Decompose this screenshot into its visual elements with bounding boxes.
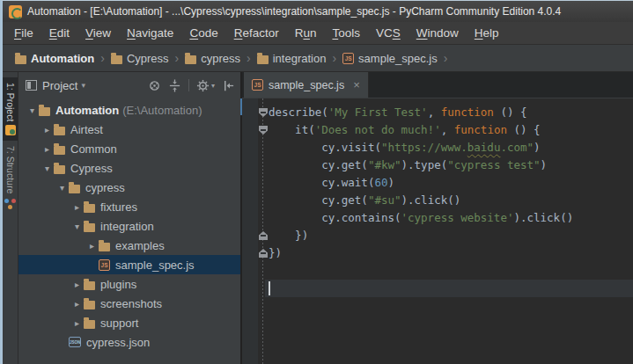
tree-row-examples[interactable]: ▸examples bbox=[18, 236, 240, 255]
panel-title[interactable]: Project bbox=[42, 79, 77, 92]
collapse-all-icon[interactable] bbox=[168, 79, 181, 92]
tree-row-fixtures[interactable]: ▸fixtures bbox=[18, 197, 240, 216]
tree-chevron-icon[interactable]: ▸ bbox=[40, 125, 54, 135]
code-line[interactable]: cy.wait(60) bbox=[242, 174, 633, 192]
chevron-down-icon[interactable]: ▾ bbox=[81, 81, 85, 90]
code-token: cy.get( bbox=[269, 193, 368, 207]
tree-chevron-icon[interactable]: ▸ bbox=[40, 144, 54, 154]
tree-row-plugins[interactable]: ▸plugins bbox=[18, 274, 240, 294]
tree-item-label: examples bbox=[115, 239, 165, 252]
chevron-separator-icon: › bbox=[96, 51, 109, 65]
menu-navigate[interactable]: Navigate bbox=[119, 26, 181, 40]
code-line[interactable]: describe('My First Test', function () { bbox=[242, 104, 633, 121]
tree-chevron-icon[interactable]: ▾ bbox=[40, 164, 54, 173]
window-title: Automation - [E:\Automation] - ...\Cypre… bbox=[27, 5, 561, 18]
tree-item-label: cypress.json bbox=[86, 336, 150, 349]
crumb-automation[interactable]: Automation bbox=[13, 52, 96, 65]
code-editor[interactable]: describe('My First Test', function () { … bbox=[242, 98, 633, 364]
code-area[interactable]: describe('My First Test', function () { … bbox=[242, 98, 633, 297]
menu-tools[interactable]: Tools bbox=[324, 26, 368, 40]
code-line[interactable] bbox=[242, 280, 633, 297]
tab-sample-spec[interactable]: JS sample_spec.js × bbox=[244, 72, 369, 98]
crumb-integration[interactable]: integration bbox=[255, 52, 328, 65]
code-line[interactable]: it('Does not do much!', function () { bbox=[242, 121, 633, 139]
tree-chevron-icon[interactable]: ▸ bbox=[85, 241, 99, 251]
tree-chevron-icon[interactable]: ▸ bbox=[70, 280, 84, 289]
folder-icon bbox=[54, 127, 65, 135]
code-line[interactable]: cy.get("#su").click() bbox=[242, 192, 633, 209]
chevron-separator-icon: › bbox=[171, 51, 184, 65]
code-token: 'cypress website' bbox=[401, 211, 514, 224]
code-token: , bbox=[441, 123, 454, 136]
tree-item-label: fixtures bbox=[100, 200, 137, 214]
code-line[interactable]: cy.get("#kw").type("cypress test") bbox=[242, 157, 633, 174]
menu-vcs[interactable]: VCS bbox=[368, 26, 409, 40]
json-file-icon: JSON bbox=[69, 337, 81, 347]
caret-line-highlight bbox=[265, 280, 633, 297]
code-token: ).type( bbox=[401, 158, 448, 171]
tree-row-airtest[interactable]: ▸Airtest bbox=[18, 120, 240, 139]
menu-bar: FileEditViewNavigateCodeRefactorRunTools… bbox=[3, 22, 633, 45]
tree-row-cypress[interactable]: ▾cypress bbox=[18, 178, 240, 197]
code-line[interactable]: }) bbox=[242, 244, 633, 262]
menu-run[interactable]: Run bbox=[287, 26, 325, 40]
tree-item-label: integration bbox=[100, 220, 154, 233]
crumb-cypress[interactable]: cypress bbox=[183, 52, 242, 65]
code-line[interactable]: }) bbox=[242, 227, 633, 244]
project-panel: Project ▾ ▾ ▾Automation (E:\Automation)▸… bbox=[18, 72, 240, 364]
tab-label: sample_spec.js bbox=[269, 79, 344, 91]
tree-item-label: support bbox=[100, 317, 138, 330]
tree-chevron-icon[interactable]: ▸ bbox=[70, 318, 84, 328]
code-line[interactable]: cy.visit("https://www.baidu.com") bbox=[242, 139, 633, 157]
code-line[interactable]: cy.contains('cypress website').click() bbox=[242, 209, 633, 227]
menu-refactor[interactable]: Refactor bbox=[226, 26, 287, 40]
code-token: ) bbox=[387, 176, 394, 189]
folder-icon bbox=[84, 281, 95, 290]
code-token: "#su" bbox=[368, 193, 401, 207]
gear-icon[interactable] bbox=[196, 79, 210, 92]
crumb-cypress[interactable]: Cypress bbox=[109, 52, 171, 65]
crumb-label: cypress bbox=[201, 52, 240, 65]
tree-row-sample-spec-js[interactable]: JSsample_spec.js bbox=[18, 255, 240, 274]
tree-row-support[interactable]: ▸support bbox=[18, 313, 240, 332]
close-tab-icon[interactable]: × bbox=[353, 78, 360, 91]
tree-chevron-icon[interactable]: ▾ bbox=[70, 222, 84, 231]
chevron-separator-icon: › bbox=[242, 51, 255, 65]
stripe-item-project[interactable]: 1: Project bbox=[3, 77, 18, 141]
tree-row-screenshots[interactable]: ▸screenshots bbox=[18, 294, 240, 313]
code-token: function bbox=[454, 123, 507, 136]
tree-item-label: sample_spec.js bbox=[115, 258, 195, 272]
tree-row-cypress[interactable]: ▾Cypress bbox=[18, 158, 240, 178]
title-bar[interactable]: Automation - [E:\Automation] - ...\Cypre… bbox=[3, 1, 633, 22]
code-token: describe( bbox=[269, 106, 328, 119]
folder-icon bbox=[39, 107, 50, 116]
tree-row-common[interactable]: ▸Common bbox=[18, 139, 240, 158]
tree-row-cypress-json[interactable]: JSONcypress.json bbox=[18, 332, 240, 352]
stripe-item-structure[interactable]: 7: Structure bbox=[3, 141, 18, 214]
tree-chevron-icon[interactable]: ▾ bbox=[55, 183, 69, 193]
menu-help[interactable]: Help bbox=[467, 26, 507, 40]
menu-code[interactable]: Code bbox=[181, 26, 225, 40]
menu-view[interactable]: View bbox=[77, 26, 119, 40]
structure-icon bbox=[4, 198, 16, 209]
code-token: .com" bbox=[500, 141, 534, 154]
tree-chevron-icon[interactable]: ▸ bbox=[70, 299, 84, 309]
panel-toolbar: ▾ bbox=[148, 79, 235, 92]
tree-item-label: screenshots bbox=[100, 297, 162, 310]
tree-row-integration[interactable]: ▾integration bbox=[18, 216, 240, 236]
pycharm-logo-icon bbox=[9, 5, 22, 18]
menu-file[interactable]: File bbox=[6, 26, 41, 40]
tree-row-automation[interactable]: ▾Automation (E:\Automation) bbox=[18, 100, 240, 120]
code-token: () { bbox=[494, 106, 527, 119]
tree-chevron-icon[interactable]: ▸ bbox=[70, 202, 84, 212]
menu-edit[interactable]: Edit bbox=[41, 26, 77, 40]
tree-chevron-icon[interactable]: ▾ bbox=[26, 106, 39, 115]
menu-window[interactable]: Window bbox=[409, 26, 467, 40]
code-line[interactable] bbox=[242, 262, 633, 280]
folder-icon bbox=[54, 146, 65, 155]
hide-panel-icon[interactable] bbox=[222, 79, 235, 92]
crumb-sample_spec.js[interactable]: JSsample_spec.js bbox=[341, 52, 439, 65]
js-file-icon: JS bbox=[342, 53, 354, 64]
locate-icon[interactable] bbox=[148, 79, 161, 92]
code-token: }) bbox=[269, 229, 308, 242]
